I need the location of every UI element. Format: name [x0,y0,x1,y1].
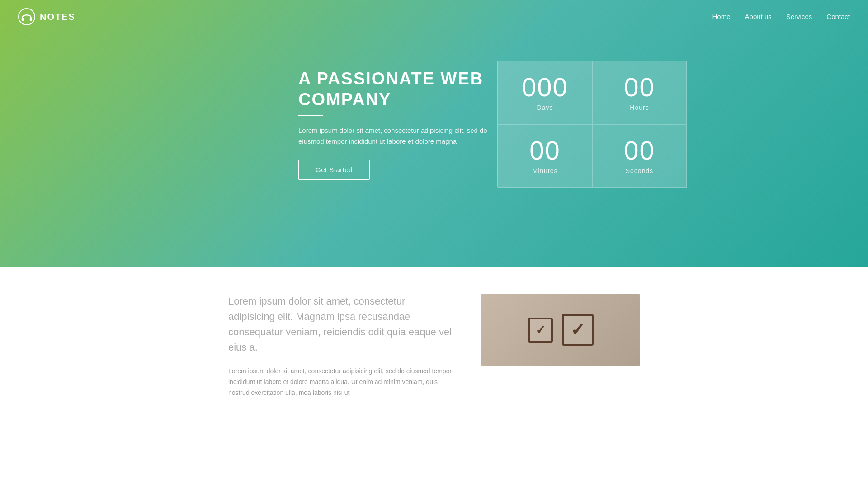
countdown-minutes-cell: 00 Minutes [498,124,592,188]
countdown-days-cell: 000 Days [498,61,592,124]
lower-image-block: ✓ ✓ [481,294,640,366]
nav-item-home[interactable]: Home [712,13,731,21]
hero-section: NOTES Home About us Services Contact A P… [0,0,868,267]
countdown-days-label: Days [537,104,553,111]
checkmark-small: ✓ [535,323,546,338]
navbar: NOTES Home About us Services Contact [0,0,868,33]
get-started-button[interactable]: Get Started [298,160,370,180]
countdown-seconds-label: Seconds [626,167,653,174]
headphones-icon [18,8,35,25]
svg-point-0 [19,9,35,25]
logo-area: NOTES [18,8,75,25]
hero-title-underline [298,115,323,116]
nav-links: Home About us Services Contact [712,13,850,21]
nav-item-contact[interactable]: Contact [826,13,850,21]
image-placeholder: ✓ ✓ [481,294,640,366]
checkbox-visual-small: ✓ [528,318,553,343]
checkbox-visual-large: ✓ [562,314,594,346]
countdown-days-value: 000 [522,74,568,100]
countdown-minutes-value: 00 [529,137,561,164]
countdown-hours-label: Hours [630,104,649,111]
countdown-widget: 000 Days 00 Hours 00 Minutes 00 Seconds [497,61,687,188]
lower-text-block: Lorem ipsum dolor sit amet, consectetur … [228,294,454,399]
lower-section: Lorem ipsum dolor sit amet, consectetur … [0,267,868,426]
hero-title: A PASSIONATE WEB COMPANY [298,69,488,110]
countdown-seconds-value: 00 [624,137,655,164]
svg-rect-2 [30,18,32,21]
countdown-seconds-cell: 00 Seconds [592,124,687,188]
svg-rect-1 [22,18,24,21]
nav-item-services[interactable]: Services [786,13,812,21]
hero-description: Lorem ipsum dolor sit amet, consectetur … [298,125,488,147]
countdown-hours-value: 00 [624,74,655,100]
hero-text: A PASSIONATE WEB COMPANY Lorem ipsum dol… [298,69,488,179]
countdown-hours-cell: 00 Hours [592,61,687,124]
countdown-minutes-label: Minutes [532,167,557,174]
brand-name: NOTES [40,12,75,22]
checkmark-large: ✓ [571,320,585,340]
lower-main-text: Lorem ipsum dolor sit amet, consectetur … [228,294,454,355]
nav-item-about[interactable]: About us [745,13,772,21]
hero-content: A PASSIONATE WEB COMPANY Lorem ipsum dol… [163,33,705,224]
lower-sub-text: Lorem ipsum dolor sit amet, consectetur … [228,366,454,398]
